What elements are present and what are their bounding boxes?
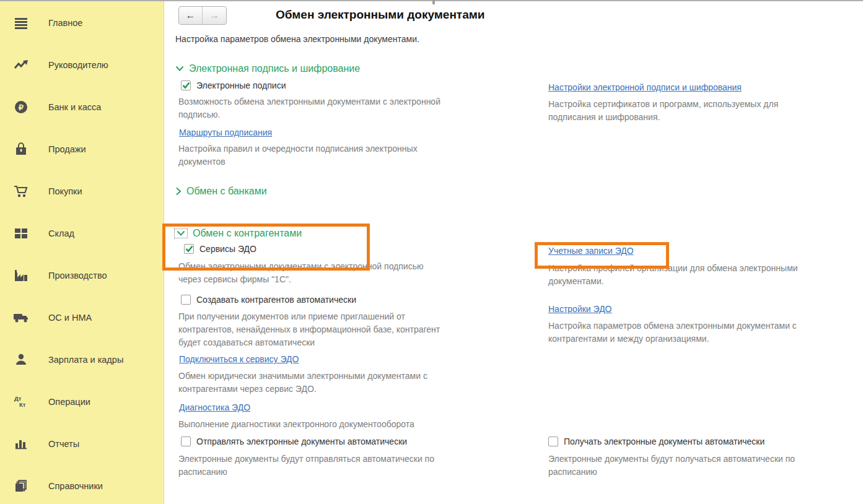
sidebar-item-fixed-assets[interactable]: ОС и НМА [0, 302, 164, 333]
description: Возможность обмена электронными документ… [178, 95, 440, 121]
description: Настройка правил и очередности подписани… [178, 142, 418, 168]
section-title: Обмен с контрагентами [193, 228, 302, 239]
back-button[interactable]: ← [179, 7, 203, 24]
sidebar-item-label: Руководителю [48, 60, 108, 70]
sidebar-item-label: ОС и НМА [48, 313, 92, 323]
sidebar-item-label: Покупки [48, 186, 82, 196]
grid-icon [12, 225, 30, 242]
svg-text:₽: ₽ [19, 103, 24, 112]
sidebar-item-label: Зарплата и кадры [48, 355, 123, 365]
esign-settings-link[interactable]: Настройки электронной подписи и шифрован… [548, 82, 742, 92]
checkbox-unchecked-icon[interactable] [181, 295, 191, 305]
sidebar-item-salary-hr[interactable]: Зарплата и кадры [0, 344, 164, 375]
sidebar-item-label: Операции [48, 397, 90, 407]
top-scroll-tick [432, 0, 435, 4]
factory-icon [12, 267, 30, 284]
chevron-right-icon [175, 187, 182, 196]
sidebar-item-production[interactable]: Производство [0, 260, 164, 291]
sidebar-item-reports[interactable]: Отчеты [0, 428, 164, 459]
edo-services-checkbox-row[interactable]: Сервисы ЭДО [184, 244, 256, 254]
description: При получении документов или приеме приг… [178, 310, 440, 349]
checkbox-label: Электронные подписи [196, 80, 286, 90]
section-header-esign[interactable]: Электронная подпись и шифрование [175, 63, 360, 74]
sidebar-item-operations[interactable]: Дт Кт Операции [0, 386, 164, 417]
forward-button[interactable]: → [203, 7, 226, 24]
checkbox-label: Получать электронные документы автоматич… [564, 437, 764, 446]
books-icon [12, 477, 30, 495]
ruble-coin-icon: ₽ [12, 98, 30, 116]
esign-signatures-checkbox-row[interactable]: Электронные подписи [181, 80, 286, 90]
chevron-down-icon [175, 66, 184, 72]
checkbox-label: Сервисы ЭДО [199, 244, 256, 254]
edo-diagnostics-link[interactable]: Диагностика ЭДО [179, 402, 250, 412]
checkbox-label: Отправлять электронные документы автомат… [196, 437, 407, 446]
checkbox-unchecked-icon[interactable] [181, 437, 191, 446]
menu-icon [12, 14, 30, 32]
checkbox-checked-icon[interactable] [181, 80, 191, 90]
checkbox-label: Создавать контрагентов автоматически [196, 295, 356, 305]
sidebar-item-purchases[interactable]: Покупки [0, 176, 164, 207]
sidebar-item-label: Банк и касса [48, 102, 101, 112]
sidebar-item-manager[interactable]: Руководителю [0, 50, 164, 80]
page-subtitle: Настройка параметров обмена электронными… [175, 34, 419, 44]
sidebar-item-warehouse[interactable]: Склад [0, 218, 164, 249]
sidebar-item-label: Производство [48, 271, 107, 280]
description: Обмен электронными документами с электро… [178, 260, 423, 286]
auto-send-checkbox-row[interactable]: Отправлять электронные документы автомат… [181, 437, 407, 446]
dt-kt-icon: Дт Кт [12, 393, 30, 411]
person-icon [12, 351, 30, 368]
sidebar-item-sales[interactable]: Продажи [0, 134, 164, 165]
auto-create-counterparties-checkbox-row[interactable]: Создавать контрагентов автоматически [181, 295, 356, 305]
edo-accounts-link[interactable]: Учетные записи ЭДО [548, 246, 634, 256]
signing-routes-link[interactable]: Маршруты подписания [179, 128, 272, 137]
checkbox-checked-icon[interactable] [184, 244, 194, 254]
trend-icon [12, 56, 30, 74]
cart-icon [12, 183, 30, 200]
section-header-counterparties[interactable]: Обмен с контрагентами [174, 228, 302, 239]
sidebar-item-label: Справочники [48, 481, 103, 491]
chevron-down-icon [174, 228, 188, 238]
truck-icon [12, 309, 30, 326]
section-title: Обмен с банками [186, 186, 267, 197]
description: Настройка сертификатов и программ, испол… [548, 98, 778, 124]
bag-icon [12, 141, 30, 158]
sidebar-item-bank-cash[interactable]: ₽ Банк и касса [0, 92, 164, 123]
connect-edo-service-link[interactable]: Подключиться к сервису ЭДО [179, 354, 299, 364]
checkbox-unchecked-icon[interactable] [548, 437, 558, 446]
description: Настройка профилей организации для обмен… [548, 262, 798, 288]
sidebar-item-label: Отчеты [48, 439, 79, 449]
description: Электронные документы будут отправляться… [178, 453, 434, 479]
section-title: Электронная подпись и шифрование [189, 63, 360, 74]
description: Настройка параметров обмена электронными… [548, 319, 797, 345]
history-nav: ← → [178, 6, 227, 25]
sidebar-item-main[interactable]: Главное [0, 7, 164, 38]
bar-chart-icon [12, 435, 30, 453]
description: Выполнение диагностики электронного доку… [178, 418, 414, 431]
sidebar-item-label: Склад [48, 228, 74, 238]
sidebar-item-directories[interactable]: Справочники [0, 471, 164, 502]
auto-receive-checkbox-row[interactable]: Получать электронные документы автоматич… [548, 437, 764, 446]
sidebar: Главное Руководителю ₽ Банк и касса Прод… [0, 1, 164, 504]
description: Электронные документы будут получаться а… [548, 453, 795, 479]
sidebar-item-label: Продажи [48, 144, 86, 154]
sidebar-item-label: Главное [48, 18, 82, 28]
section-header-banks[interactable]: Обмен с банками [175, 186, 267, 197]
edo-settings-link[interactable]: Настройки ЭДО [548, 304, 612, 314]
description: Обмен юридически значимыми электронными … [178, 370, 427, 396]
page-title: Обмен электронными документами [276, 8, 484, 22]
